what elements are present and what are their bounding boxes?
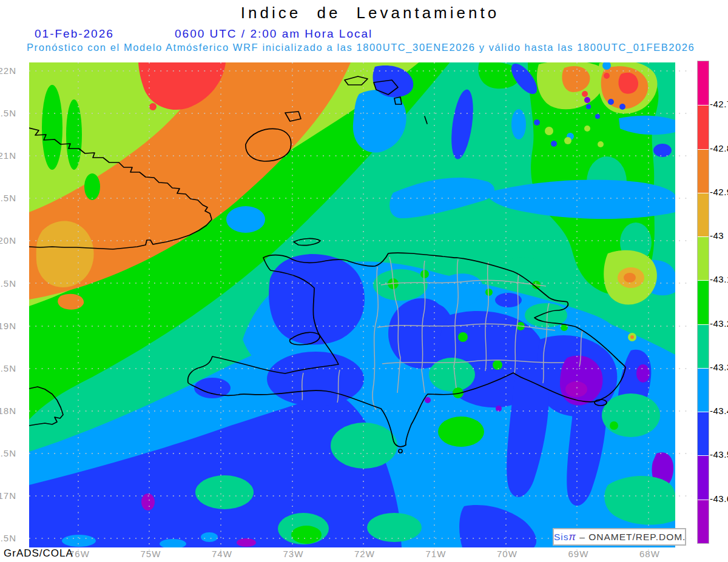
lat-tick-label: 9.5N bbox=[0, 278, 16, 289]
weather-map-page: Indice de Levantamiento 01-Feb-2026 0600… bbox=[0, 0, 728, 562]
colorbar-tick-label: -43.1 bbox=[710, 274, 728, 284]
contour-shape bbox=[565, 381, 587, 397]
colorbar-tick-label: -43.3 bbox=[710, 362, 728, 372]
watermark-brand: Sis bbox=[554, 532, 569, 542]
contour-shape bbox=[425, 397, 431, 403]
contour-shape bbox=[269, 254, 365, 344]
lat-tick-label: 18N bbox=[0, 406, 16, 416]
model-subtitle: Pronóstico con el Modelo Atmósferico WRF… bbox=[27, 42, 695, 53]
contour-shape bbox=[564, 137, 571, 144]
lat-tick-label: 21N bbox=[0, 150, 16, 161]
contour-shape bbox=[653, 144, 672, 157]
lon-tick-label: 74W bbox=[212, 549, 232, 559]
watermark-badge: Sisπ – ONAMET/REP.DOM. bbox=[553, 528, 686, 546]
colorbar-tick-label: -43.4 bbox=[710, 406, 728, 416]
lat-tick-label: 17N bbox=[0, 490, 16, 501]
lat-tick-label: 22N bbox=[0, 65, 16, 76]
contour-shape bbox=[636, 364, 650, 383]
lon-tick-label: 69W bbox=[568, 549, 589, 559]
contour-shape bbox=[66, 99, 82, 170]
contour-shape bbox=[226, 206, 265, 233]
colorbar-segment bbox=[698, 324, 709, 368]
lat-tick-label: 1.5N bbox=[0, 108, 16, 118]
lat-tick-label: 19N bbox=[0, 321, 16, 331]
contour-shape bbox=[551, 141, 557, 147]
grads-credit: GrADS/COLA bbox=[4, 547, 73, 560]
lon-tick-label: 73W bbox=[283, 549, 304, 559]
colorbar-tick-label: -43.6 bbox=[710, 493, 728, 504]
contour-shape bbox=[584, 97, 590, 103]
colorbar-tick-label: -43 bbox=[710, 230, 724, 241]
contour-shape bbox=[201, 532, 218, 542]
lon-tick-label: 71W bbox=[426, 549, 447, 559]
contour-shape bbox=[604, 73, 610, 79]
contour-shape bbox=[584, 125, 590, 132]
lon-tick-label: 70W bbox=[497, 549, 517, 559]
contour-shape bbox=[331, 423, 397, 469]
contour-shape bbox=[630, 335, 634, 339]
colorbar-segment bbox=[698, 368, 709, 412]
contour-shape bbox=[608, 99, 614, 105]
contour-shape bbox=[84, 173, 100, 200]
colorbar-segment bbox=[698, 500, 709, 543]
contour-shape bbox=[458, 332, 468, 342]
contour-field bbox=[29, 58, 675, 549]
contour-shape bbox=[42, 85, 62, 170]
contour-shape bbox=[586, 104, 591, 109]
contour-shape bbox=[267, 352, 364, 406]
lat-tick-label: 20N bbox=[0, 235, 16, 246]
forecast-date: 01-Feb-2026 bbox=[35, 27, 114, 41]
contour-shape bbox=[62, 535, 96, 547]
map-canvas bbox=[0, 0, 728, 562]
contour-shape bbox=[624, 273, 636, 283]
contour-shape bbox=[438, 416, 484, 447]
contour-shape bbox=[598, 141, 604, 147]
colorbar-tick-label: -43.5 bbox=[710, 449, 728, 460]
colorbar-segment bbox=[698, 236, 709, 280]
contour-shape bbox=[582, 91, 588, 97]
contour-shape bbox=[602, 393, 660, 437]
contour-shape bbox=[595, 114, 600, 119]
contour-shape bbox=[534, 119, 540, 125]
contour-shape bbox=[610, 421, 618, 430]
colorbar-tick-label: -42.7 bbox=[710, 99, 728, 109]
colorbar-tick-label: -42.9 bbox=[710, 187, 728, 197]
contour-shape bbox=[602, 61, 611, 70]
contour-shape bbox=[367, 513, 422, 542]
lat-tick-label: 0.5N bbox=[0, 193, 16, 203]
contour-shape bbox=[420, 270, 429, 278]
page-title: Indice de Levantamiento bbox=[12, 4, 728, 22]
contour-shape bbox=[195, 475, 254, 509]
colorbar-tick-label: -42.8 bbox=[710, 143, 728, 153]
lat-tick-label: 6.5N bbox=[0, 533, 16, 543]
lat-tick-label: 8.5N bbox=[0, 363, 16, 373]
colorbar-segment bbox=[698, 193, 709, 236]
lon-tick-label: 68W bbox=[639, 549, 660, 559]
forecast-time: 0600 UTC / 2:00 am Hora Local bbox=[175, 27, 372, 41]
contour-shape bbox=[58, 294, 84, 310]
contour-shape bbox=[545, 127, 553, 135]
contour-shape bbox=[149, 103, 157, 110]
colorbar-segment bbox=[698, 280, 709, 324]
contour-shape bbox=[505, 257, 541, 276]
contour-shape bbox=[485, 289, 493, 296]
contour-shape bbox=[36, 221, 94, 287]
colorbar-segment bbox=[698, 61, 709, 105]
colorbar-segment bbox=[698, 149, 709, 193]
colorbar-segment bbox=[698, 105, 709, 149]
colorbar-tick-label: -43.2 bbox=[710, 318, 728, 329]
contour-shape bbox=[619, 104, 625, 110]
watermark-org: – ONAMET/REP.DOM. bbox=[576, 532, 686, 542]
lon-tick-label: 72W bbox=[354, 549, 375, 559]
colorbar-segment bbox=[698, 412, 709, 455]
lat-tick-label: 7.5N bbox=[0, 448, 16, 458]
pi-icon: π bbox=[569, 531, 576, 543]
colorbar-segment bbox=[698, 455, 709, 499]
contour-shape bbox=[493, 360, 502, 370]
colorbar bbox=[697, 61, 709, 544]
contour-shape bbox=[160, 539, 186, 549]
lon-tick-label: 75W bbox=[141, 549, 161, 559]
contour-shape bbox=[237, 538, 256, 547]
contour-shape bbox=[291, 526, 322, 544]
